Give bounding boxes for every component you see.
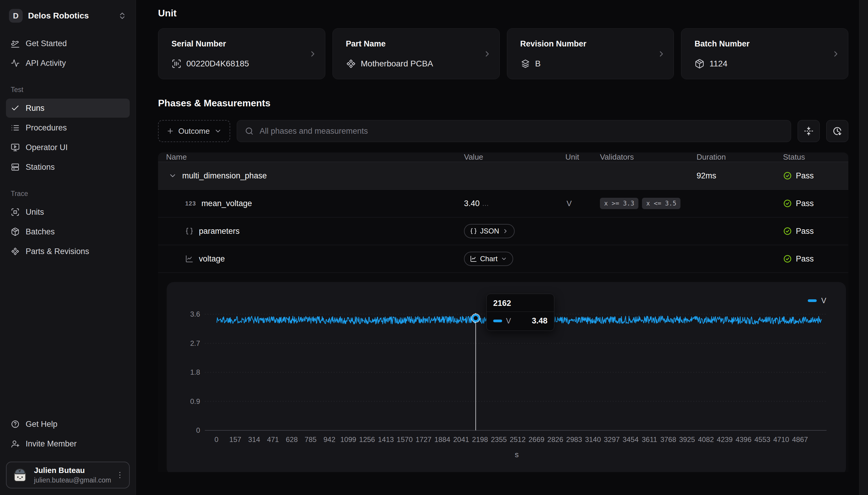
chart-pill-button[interactable]: Chart — [464, 252, 513, 266]
unit-card-batch-number[interactable]: Batch Number1124 — [681, 28, 848, 79]
layers-icon — [520, 59, 530, 69]
chevron-right-icon — [308, 49, 317, 58]
measurements-table: NameValueUnitValidatorsDurationStatus mu… — [158, 153, 848, 472]
chevron-down-icon — [168, 172, 177, 180]
column-header-status: Status — [783, 153, 848, 162]
validator-pill: x <= 3.5 — [642, 198, 681, 209]
status-cell: Pass — [783, 254, 848, 263]
x-tick-label: 0 — [214, 436, 218, 443]
sidebar-item-get-started[interactable]: Get Started — [6, 34, 130, 53]
tooltip-series-name: V — [506, 317, 511, 325]
search-bar[interactable] — [237, 120, 791, 142]
sidebar-item-api-activity[interactable]: API Activity — [6, 54, 130, 73]
workspace-name: Delos Robotics — [28, 11, 112, 20]
unit-cell: V — [566, 199, 600, 208]
y-tick-label: 3.6 — [190, 310, 200, 318]
card-label: Revision Number — [520, 39, 661, 49]
search-input[interactable] — [259, 126, 783, 136]
value-cell: JSON — [464, 224, 566, 238]
scan-barcode-icon — [171, 59, 182, 69]
fold-vertical-icon — [804, 126, 814, 136]
workspace-avatar: D — [9, 9, 23, 23]
workspace-switcher[interactable]: D Delos Robotics — [6, 6, 130, 25]
card-value-row: 00220D4K68185 — [171, 59, 312, 69]
unit-card-revision-number[interactable]: Revision NumberB — [507, 28, 674, 79]
sidebar-item-label: Procedures — [26, 123, 67, 133]
plus-icon — [166, 127, 174, 135]
sidebar-item-invite-member[interactable]: Invite Member — [6, 434, 130, 453]
unit-card-serial-number[interactable]: Serial Number00220D4K68185 — [158, 28, 325, 79]
nav-section-label-trace: Trace — [11, 190, 125, 198]
tofu-avatar-illustration — [11, 466, 29, 484]
table-row-voltage[interactable]: voltageChartPass — [158, 245, 848, 273]
component-icon — [346, 59, 356, 69]
sidebar-item-operator-ui[interactable]: Operator UI — [6, 138, 130, 157]
y-tick-label: 0 — [196, 426, 200, 434]
x-tick-label: 2041 — [453, 436, 469, 443]
sidebar-item-units[interactable]: Units — [6, 203, 130, 222]
x-tick-label: 3611 — [642, 436, 657, 443]
sidebar-item-runs[interactable]: Runs — [6, 99, 130, 118]
sidebar-item-label: Get Help — [26, 420, 58, 429]
x-tick-label: 2355 — [491, 436, 507, 443]
card-value-row: Motherboard PCBA — [346, 59, 486, 69]
table-header: NameValueUnitValidatorsDurationStatus — [158, 153, 848, 162]
circle-check-icon — [783, 199, 792, 208]
table-row-mean-voltage[interactable]: 123mean_voltage3.40…Vx >= 3.3x <= 3.5Pas… — [158, 190, 848, 218]
search-icon — [245, 126, 254, 136]
sidebar-nav: Get StartedAPI ActivityTestRunsProcedure… — [6, 34, 130, 261]
unit-card-part-name[interactable]: Part NameMotherboard PCBA — [332, 28, 500, 79]
user-meta: Julien Buteau julien.buteau@gmail.com — [34, 466, 110, 484]
x-tick-label: 4553 — [754, 436, 770, 443]
legend-label: V — [821, 296, 826, 305]
json-pill-button[interactable]: JSON — [464, 224, 515, 238]
sidebar-item-get-help[interactable]: Get Help — [6, 414, 130, 434]
scan-icon — [11, 208, 20, 217]
sidebar-item-stations[interactable]: Stations — [6, 157, 130, 176]
y-tick-label: 2.7 — [190, 339, 200, 347]
sidebar-item-batches[interactable]: Batches — [6, 222, 130, 241]
kebab-menu-icon[interactable] — [115, 471, 124, 479]
user-card[interactable]: Julien Buteau julien.buteau@gmail.com — [6, 462, 130, 489]
user-avatar — [11, 466, 29, 484]
outcome-filter-label: Outcome — [178, 126, 210, 136]
clock-arrow-down-icon — [833, 126, 842, 136]
sidebar-item-label: Parts & Revisions — [26, 247, 89, 256]
sidebar-footer: Get HelpInvite Member — [6, 414, 130, 454]
x-tick-label: 1413 — [378, 436, 394, 443]
scrollbar[interactable] — [859, 0, 868, 495]
chevron-down-icon — [214, 127, 222, 135]
braces-icon — [185, 227, 194, 235]
box-icon — [11, 227, 20, 236]
sidebar-item-parts-revisions[interactable]: Parts & Revisions — [6, 242, 130, 261]
chevron-right-icon — [502, 228, 509, 234]
component-icon — [11, 247, 20, 256]
x-tick-label: 2669 — [529, 436, 544, 443]
tooltip-x-value: 2162 — [487, 294, 554, 312]
kebab-menu-icon — [115, 471, 124, 479]
value-cell: 3.40… — [464, 199, 566, 208]
history-button[interactable] — [826, 120, 848, 142]
sidebar-item-procedures[interactable]: Procedures — [6, 118, 130, 137]
table-row-parameters[interactable]: parametersJSONPass — [158, 218, 848, 245]
chevron-down-icon — [214, 127, 222, 135]
outcome-filter-button[interactable]: Outcome — [158, 120, 230, 142]
stations-icon — [11, 163, 20, 172]
activity-icon — [11, 59, 20, 68]
name-cell: multi_dimension_phase — [166, 171, 464, 181]
x-tick-label: 1570 — [397, 436, 413, 443]
x-tick-label: 1727 — [416, 436, 431, 443]
row-name: parameters — [199, 227, 240, 236]
chart-legend[interactable]: V — [808, 296, 826, 305]
x-tick-label: 3768 — [660, 436, 676, 443]
circle-check-icon — [783, 171, 792, 180]
help-circle-icon — [11, 420, 20, 429]
plane-takeoff-icon — [11, 39, 20, 48]
status-cell: Pass — [783, 171, 848, 181]
chart-cursor-dot — [473, 315, 479, 321]
card-value: Motherboard PCBA — [361, 59, 433, 68]
sidebar-item-label: Stations — [26, 163, 55, 172]
table-row-multi-dimension-phase[interactable]: multi_dimension_phase92msPass — [158, 162, 848, 190]
collapse-all-button[interactable] — [798, 120, 820, 142]
x-tick-label: 4239 — [717, 436, 733, 443]
